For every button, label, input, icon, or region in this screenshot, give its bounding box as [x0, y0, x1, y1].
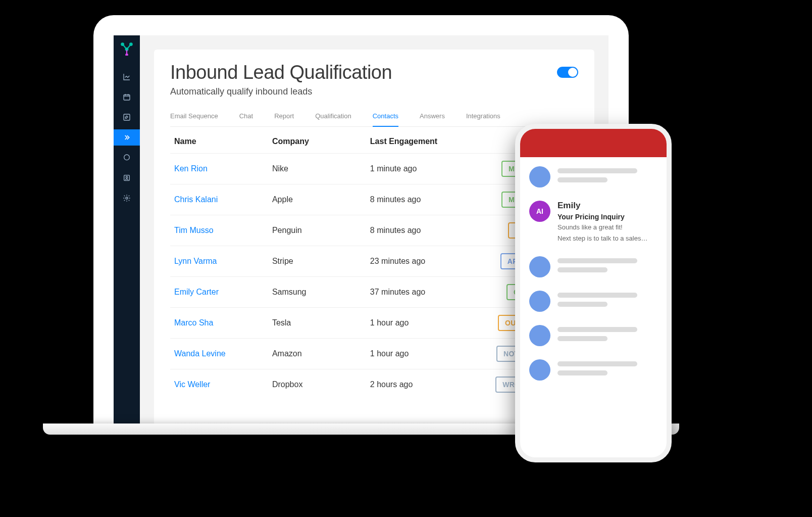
- svg-line-5: [127, 45, 130, 49]
- contact-link[interactable]: Marco Sha: [174, 318, 213, 327]
- contact-link[interactable]: Tim Musso: [174, 226, 214, 234]
- contact-link[interactable]: Vic Weller: [174, 380, 210, 389]
- phone-inbox-list: AI Emily Your Pricing Inquiry Sounds lik…: [520, 157, 667, 390]
- svg-point-11: [126, 176, 127, 178]
- contact-link[interactable]: Lynn Varma: [174, 257, 217, 265]
- cell-company: Apple: [268, 184, 366, 215]
- skeleton-line: [557, 258, 637, 263]
- cell-name: Marco Sha: [170, 308, 268, 339]
- inbox-item-placeholder[interactable]: [529, 359, 657, 381]
- svg-line-4: [123, 45, 126, 49]
- sidebar: [114, 35, 140, 432]
- cell-last-engagement: 2 hours ago: [366, 369, 488, 400]
- cell-company: Dropbox: [268, 369, 366, 400]
- col-name: Name: [170, 128, 268, 154]
- cell-company: Samsung: [268, 277, 366, 308]
- skeleton-line: [557, 327, 637, 332]
- inbox-item-placeholder[interactable]: [529, 325, 657, 346]
- page-title: Inbound Lead Qualification: [170, 62, 392, 83]
- page-subtitle: Automatically qualify inbound leads: [170, 86, 392, 97]
- cell-last-engagement: 37 minutes ago: [366, 277, 488, 308]
- sidebar-item-contacts[interactable]: [114, 170, 140, 186]
- avatar-placeholder-icon: [529, 359, 550, 381]
- col-last-engagement: Last Engagement: [366, 128, 488, 154]
- cell-company: Amazon: [268, 339, 366, 369]
- tab-integrations[interactable]: Integrations: [466, 108, 500, 127]
- sidebar-item-compose[interactable]: [114, 109, 140, 125]
- avatar-placeholder-icon: [529, 256, 550, 277]
- cell-name: Wanda Levine: [170, 339, 268, 369]
- svg-point-12: [126, 197, 128, 199]
- cell-last-engagement: 8 minutes ago: [366, 184, 488, 215]
- cell-company: Tesla: [268, 308, 366, 339]
- sidebar-item-expand[interactable]: [114, 129, 140, 146]
- phone-status-bar: [520, 129, 667, 157]
- message-preview-line2: Next step is to talk to a sales…: [557, 234, 657, 243]
- cell-last-engagement: 23 minutes ago: [366, 246, 488, 277]
- cell-company: Nike: [268, 154, 366, 184]
- avatar-placeholder-icon: [529, 291, 550, 312]
- chart-icon: [123, 73, 131, 81]
- compose-icon: [123, 113, 131, 121]
- tab-answers[interactable]: Answers: [420, 108, 445, 127]
- cell-name: Ken Rion: [170, 154, 268, 184]
- inbox-item-placeholder[interactable]: [529, 256, 657, 277]
- cell-last-engagement: 8 minutes ago: [366, 215, 488, 246]
- skeleton-line: [557, 336, 607, 341]
- cell-last-engagement: 1 minute ago: [366, 154, 488, 184]
- contact-link[interactable]: Ken Rion: [174, 164, 208, 173]
- placeholder-lines: [557, 325, 657, 341]
- sidebar-item-settings[interactable]: [114, 190, 140, 206]
- placeholder-lines: [557, 166, 657, 182]
- gear-icon: [123, 194, 131, 202]
- tab-bar: Email Sequence Chat Report Qualification…: [170, 108, 578, 127]
- skeleton-line: [557, 267, 607, 272]
- cell-last-engagement: 1 hour ago: [366, 339, 488, 369]
- svg-rect-8: [124, 114, 130, 120]
- tab-chat[interactable]: Chat: [239, 108, 253, 127]
- cell-name: Vic Weller: [170, 369, 268, 400]
- contact-card-icon: [123, 174, 131, 182]
- placeholder-lines: [557, 291, 657, 307]
- cell-company: Stripe: [268, 246, 366, 277]
- placeholder-lines: [557, 256, 657, 272]
- enable-toggle[interactable]: [557, 67, 578, 78]
- inbox-item-emily[interactable]: AI Emily Your Pricing Inquiry Sounds lik…: [529, 201, 657, 243]
- sidebar-item-calendar[interactable]: [114, 89, 140, 105]
- sidebar-item-dashboard[interactable]: [114, 69, 140, 85]
- cell-name: Lynn Varma: [170, 246, 268, 277]
- contact-link[interactable]: Emily Carter: [174, 288, 219, 296]
- tab-email-sequence[interactable]: Email Sequence: [170, 108, 218, 127]
- tab-contacts[interactable]: Contacts: [373, 108, 398, 127]
- skeleton-line: [557, 177, 607, 182]
- avatar-placeholder-icon: [529, 325, 550, 346]
- message-subject: Your Pricing Inquiry: [557, 213, 657, 221]
- inbox-item-placeholder[interactable]: [529, 166, 657, 187]
- cell-name: Chris Kalani: [170, 184, 268, 215]
- ai-avatar-icon: AI: [529, 201, 550, 222]
- svg-rect-7: [124, 95, 130, 100]
- contact-link[interactable]: Wanda Levine: [174, 349, 226, 358]
- chevron-double-right-icon: [123, 133, 131, 142]
- skeleton-line: [557, 293, 637, 298]
- chat-bubble-icon: [123, 154, 131, 162]
- avatar-placeholder-icon: [529, 166, 550, 187]
- skeleton-line: [557, 168, 637, 173]
- inbox-item-placeholder[interactable]: [529, 291, 657, 312]
- sidebar-item-chat[interactable]: [114, 150, 140, 166]
- calendar-icon: [123, 93, 131, 101]
- cell-name: Emily Carter: [170, 277, 268, 308]
- skeleton-line: [557, 370, 607, 375]
- cell-company: Penguin: [268, 215, 366, 246]
- tab-report[interactable]: Report: [274, 108, 294, 127]
- placeholder-lines: [557, 359, 657, 375]
- cell-name: Tim Musso: [170, 215, 268, 246]
- tab-qualification[interactable]: Qualification: [315, 108, 351, 127]
- col-company: Company: [268, 128, 366, 154]
- skeleton-line: [557, 361, 637, 366]
- cell-last-engagement: 1 hour ago: [366, 308, 488, 339]
- app-logo: [120, 41, 134, 56]
- page-header: Inbound Lead Qualification Automatically…: [170, 62, 578, 97]
- contact-link[interactable]: Chris Kalani: [174, 195, 218, 204]
- skeleton-line: [557, 302, 607, 307]
